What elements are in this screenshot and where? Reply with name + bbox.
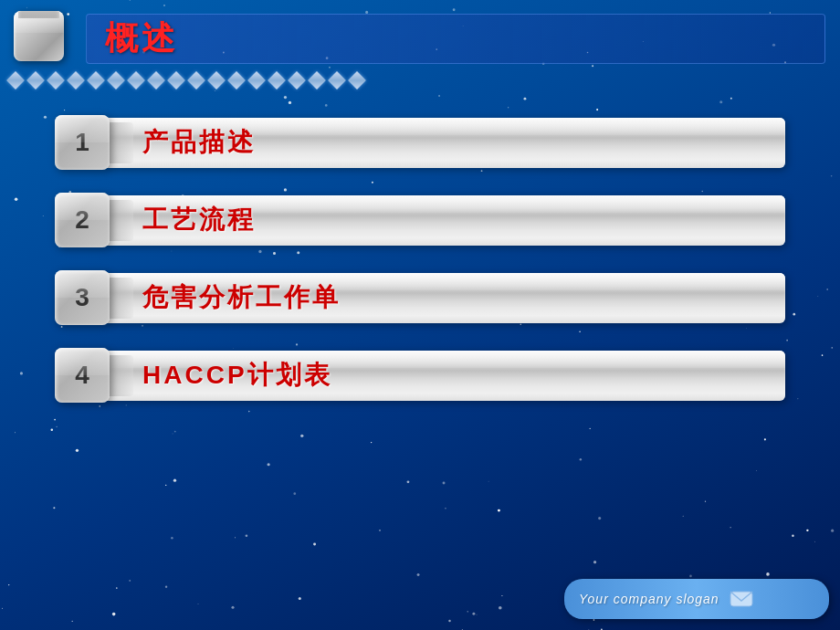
menu-label-1: 产品描述	[142, 125, 256, 160]
menu-item-4[interactable]: 4HACCP计划表	[55, 348, 785, 403]
menu-number-1: 1	[55, 115, 110, 170]
slogan-icon	[729, 586, 754, 612]
slogan-text: Your company slogan	[579, 592, 719, 606]
diamond-icon	[187, 71, 205, 89]
diamond-icon	[288, 71, 306, 89]
diamond-icon	[147, 71, 165, 89]
page-title: 概述	[105, 16, 178, 61]
menu-label-2: 工艺流程	[142, 203, 256, 237]
menu-bar-3: 危害分析工作单	[106, 273, 785, 323]
menu-bar-1: 产品描述	[106, 118, 785, 168]
menu-number-3: 3	[55, 270, 110, 325]
diamond-icon	[207, 71, 226, 89]
title-bar: 概述	[86, 14, 825, 64]
diamond-icon	[87, 71, 105, 89]
slogan-bar: Your company slogan	[564, 579, 829, 619]
menu-number-4: 4	[55, 348, 110, 403]
logo-box	[9, 6, 75, 72]
menu-label-3: 危害分析工作单	[142, 280, 341, 315]
diamond-icon	[67, 71, 85, 89]
main-content: 1产品描述2工艺流程3危害分析工作单4HACCP计划表	[0, 101, 840, 416]
diamond-icon	[308, 71, 326, 89]
diamond-icon	[348, 71, 366, 89]
menu-item-2[interactable]: 2工艺流程	[55, 193, 785, 247]
menu-item-3[interactable]: 3危害分析工作单	[55, 270, 785, 325]
diamond-icon	[47, 71, 65, 89]
diamond-icon	[167, 71, 185, 89]
logo-icon	[9, 6, 68, 66]
diamond-icon	[127, 71, 145, 89]
menu-bar-4: HACCP计划表	[106, 351, 785, 401]
menu-bar-2: 工艺流程	[106, 195, 785, 246]
diamond-icon	[26, 71, 45, 89]
diamond-row	[0, 68, 840, 92]
diamond-icon	[227, 71, 246, 89]
diamond-icon	[247, 71, 266, 89]
header: 概述	[0, 0, 840, 68]
diamond-icon	[107, 71, 125, 89]
diamond-icon	[328, 71, 346, 89]
menu-label-4: HACCP计划表	[142, 358, 332, 393]
diamond-icon	[6, 71, 25, 89]
menu-number-2: 2	[55, 193, 110, 247]
menu-item-1[interactable]: 1产品描述	[55, 115, 785, 170]
diamond-icon	[268, 71, 286, 89]
